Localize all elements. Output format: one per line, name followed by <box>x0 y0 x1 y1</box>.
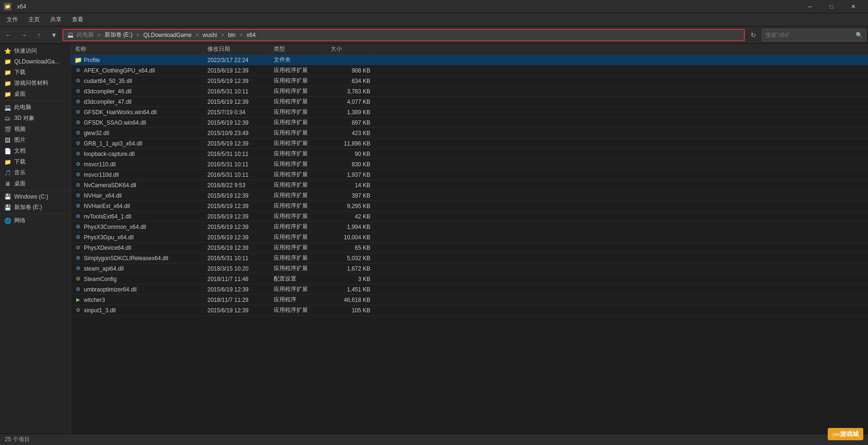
file-size: 65 KB <box>327 245 374 251</box>
file-date: 2015/6/19 12:39 <box>204 286 270 293</box>
file-type: 应用程序扩展 <box>270 254 327 262</box>
refresh-button[interactable]: ↻ <box>747 28 760 42</box>
file-size: 897 KB <box>327 119 374 126</box>
list-item[interactable]: ⚙ d3dcompiler_47.dll 2015/6/19 12:39 应用程… <box>71 97 868 107</box>
maximize-button[interactable]: □ <box>821 0 842 13</box>
forward-button[interactable]: → <box>17 28 30 42</box>
list-item[interactable]: ⚙ loopback-capture.dll 2016/5/31 10:11 应… <box>71 149 868 159</box>
sidebar-item-docs[interactable]: 📄 文档 <box>0 145 71 156</box>
col-header-date[interactable]: 修改日期 <box>204 44 270 54</box>
list-item[interactable]: ⚙ GFSDK_HairWorks.win64.dll 2015/7/19 0:… <box>71 107 868 118</box>
sidebar: ⭐ 快速访问 📁 QLDownloadGa... 📁 下载 📁 游戏问答材料 📁… <box>0 44 71 434</box>
network-icon: 🌐 <box>4 217 11 225</box>
list-item[interactable]: ⚙ APEX_ClothingGPU_x64.dll 2015/6/19 12:… <box>71 65 868 76</box>
file-rows-container: 📁 Profile 2022/3/17 22:24 文件夹 ⚙ APEX_Clo… <box>71 55 868 316</box>
titlebar: 📁 x64 ─ □ ✕ <box>0 0 868 13</box>
dll-icon: ⚙ <box>75 307 81 314</box>
sep2: > <box>136 32 140 38</box>
sep1: > <box>98 32 101 38</box>
menu-file[interactable]: 文件 <box>2 14 23 26</box>
list-item[interactable]: ⚙ GFSDK_SSAO.win64.dll 2015/6/19 12:39 应… <box>71 118 868 128</box>
list-item[interactable]: 📁 Profile 2022/3/17 22:24 文件夹 <box>71 55 868 65</box>
list-item[interactable]: ⚙ NvCameraSDK64.dll 2016/8/22 9:53 应用程序扩… <box>71 180 868 191</box>
sidebar-item-desktop2[interactable]: 🖥 桌面 <box>0 178 71 189</box>
list-item[interactable]: ⚙ msvcr110d.dll 2016/5/31 10:11 应用程序扩展 1… <box>71 170 868 180</box>
close-button[interactable]: ✕ <box>842 0 864 13</box>
col-header-size[interactable]: 大小 <box>327 44 374 54</box>
col-header-name[interactable]: 名称 <box>71 44 204 54</box>
minimize-button[interactable]: ─ <box>799 0 821 13</box>
file-type: 应用程序扩展 <box>270 129 327 137</box>
list-item[interactable]: ⚙ NVHairExt_x64.dll 2015/6/19 12:39 应用程序… <box>71 201 868 211</box>
list-item[interactable]: ⚙ NVHair_x64.dll 2015/6/19 12:39 应用程序扩展 … <box>71 191 868 201</box>
sidebar-item-desktop1[interactable]: 📁 桌面 <box>0 89 71 100</box>
search-input[interactable] <box>765 32 854 38</box>
file-name: ⚙ GFSDK_SSAO.win64.dll <box>71 119 204 126</box>
list-item[interactable]: ⚙ glew32.dll 2015/10/9 23:49 应用程序扩展 423 … <box>71 128 868 138</box>
cfg-icon: ⚙ <box>75 276 81 282</box>
file-date: 2015/6/19 12:39 <box>204 203 270 209</box>
list-item[interactable]: ⚙ PhysX3Gpu_x64.dll 2015/6/19 12:39 应用程序… <box>71 232 868 243</box>
dll-icon: ⚙ <box>75 130 81 136</box>
menu-view[interactable]: 查看 <box>67 14 88 26</box>
file-type: 应用程序扩展 <box>270 202 327 210</box>
menu-home[interactable]: 主页 <box>24 14 45 26</box>
file-name: ⚙ APEX_ClothingGPU_x64.dll <box>71 67 204 74</box>
sidebar-item-drive-c[interactable]: 💾 Windows (C:) <box>0 191 71 202</box>
list-item[interactable]: ▶ witcher3 2018/11/7 11:29 应用程序 46,618 K… <box>71 295 868 305</box>
file-name: ⚙ d3dcompiler_46.dll <box>71 88 204 95</box>
sidebar-item-video[interactable]: 🎬 视频 <box>0 124 71 135</box>
file-size: 830 KB <box>327 161 374 168</box>
file-date: 2015/7/19 0:34 <box>204 109 270 116</box>
video-icon: 🎬 <box>4 126 11 133</box>
address-computer: 💻 <box>67 32 74 38</box>
list-item[interactable]: ⚙ PhysX3Common_x64.dll 2015/6/19 12:39 应… <box>71 222 868 232</box>
folder-icon: 📁 <box>4 80 11 87</box>
list-item[interactable]: ⚙ PhysXDevice64.dll 2015/6/19 12:39 应用程序… <box>71 243 868 253</box>
search-box[interactable]: 🔍 <box>762 29 866 41</box>
dll-icon: ⚙ <box>75 255 81 262</box>
file-date: 2015/6/19 12:39 <box>204 119 270 126</box>
main-layout: ⭐ 快速访问 📁 QLDownloadGa... 📁 下载 📁 游戏问答材料 📁… <box>0 44 868 434</box>
menu-share[interactable]: 共享 <box>45 14 66 26</box>
sidebar-item-music[interactable]: 🎵 音乐 <box>0 167 71 178</box>
list-item[interactable]: ⚙ cudart64_50_35.dll 2015/6/19 12:39 应用程… <box>71 76 868 86</box>
sidebar-item-download2[interactable]: 📁 下载 <box>0 156 71 167</box>
list-item[interactable]: ⚙ umbraoptimizer64.dll 2015/6/19 12:39 应… <box>71 284 868 295</box>
file-type: 应用程序扩展 <box>270 118 327 127</box>
sidebar-item-quickaccess[interactable]: ⭐ 快速访问 <box>0 45 71 56</box>
sidebar-item-3d[interactable]: 🗂 3D 对象 <box>0 113 71 124</box>
list-item[interactable]: ⚙ xinput1_3.dll 2015/6/19 12:39 应用程序扩展 1… <box>71 305 868 316</box>
sidebar-item-gamematerial[interactable]: 📁 游戏问答材料 <box>0 78 71 89</box>
recent-button[interactable]: ▼ <box>47 28 61 42</box>
list-item[interactable]: ⚙ steam_api64.dll 2018/3/15 10:20 应用程序扩展… <box>71 263 868 274</box>
file-type: 应用程序扩展 <box>270 98 327 106</box>
sidebar-item-qldownload[interactable]: 📁 QLDownloadGa... <box>0 56 71 67</box>
file-type: 应用程序扩展 <box>270 306 327 314</box>
file-type: 应用程序 <box>270 296 327 304</box>
list-item[interactable]: ⚙ SimplygonSDKCLIReleasex64.dll 2016/5/3… <box>71 253 868 263</box>
up-button[interactable]: ↑ <box>32 28 45 42</box>
dll-icon: ⚙ <box>75 265 81 272</box>
file-size: 1,937 KB <box>327 172 374 178</box>
list-item[interactable]: ⚙ d3dcompiler_46.dll 2016/5/31 10:11 应用程… <box>71 86 868 97</box>
sidebar-item-thispc[interactable]: 💻 此电脑 <box>0 102 71 113</box>
sidebar-item-images[interactable]: 🖼 图片 <box>0 135 71 145</box>
file-size: 1,389 KB <box>327 109 374 116</box>
file-date: 2015/6/19 12:39 <box>204 234 270 241</box>
sidebar-item-drive-e[interactable]: 💾 新加卷 (E:) <box>0 202 71 213</box>
list-item[interactable]: ⚙ nvToolsExt64_1.dll 2015/6/19 12:39 应用程… <box>71 211 868 222</box>
sidebar-item-download1[interactable]: 📁 下载 <box>0 67 71 78</box>
file-name: ⚙ d3dcompiler_47.dll <box>71 99 204 105</box>
file-name: ⚙ GRB_1_1_api3_x64.dll <box>71 140 204 147</box>
list-item[interactable]: ⚙ GRB_1_1_api3_x64.dll 2015/6/19 12:39 应… <box>71 138 868 149</box>
address-bar[interactable]: 💻 此电脑 > 新加卷 (E:) > QLDownloadGame > wush… <box>63 29 745 41</box>
list-item[interactable]: ⚙ msvcr110.dll 2016/5/31 10:11 应用程序扩展 83… <box>71 159 868 170</box>
watermark-text: 游戏城 <box>840 430 859 437</box>
sidebar-item-network[interactable]: 🌐 网络 <box>0 215 71 226</box>
list-item[interactable]: ⚙ SteamConfig 2018/11/7 11:48 配置设置 3 KB <box>71 274 868 284</box>
back-button[interactable]: ← <box>2 28 15 42</box>
file-date: 2016/8/22 9:53 <box>204 182 270 189</box>
col-header-type[interactable]: 类型 <box>270 44 327 54</box>
dll-icon: ⚙ <box>75 286 81 293</box>
